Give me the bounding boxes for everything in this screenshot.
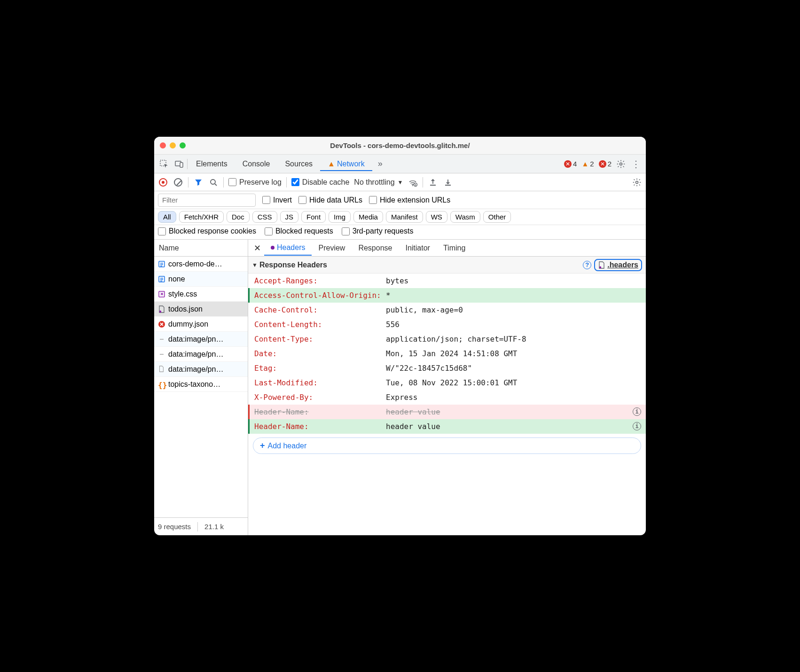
blocked-requests-checkbox[interactable]: Blocked requests (265, 227, 333, 235)
header-row[interactable]: Header-Name:header valuei (248, 419, 646, 434)
svg-point-3 (620, 163, 622, 165)
chip-font[interactable]: Font (301, 211, 326, 223)
hide-extension-urls-checkbox[interactable]: Hide extension URLs (369, 196, 450, 204)
name-column-header[interactable]: Name (154, 240, 248, 257)
filter-icon[interactable] (193, 177, 204, 188)
svg-point-4 (211, 180, 215, 184)
export-har-icon[interactable] (443, 177, 453, 188)
response-headers-section[interactable]: ▼ Response Headers ? .headers (248, 257, 646, 273)
blocked-cookies-checkbox[interactable]: Blocked response cookies (158, 227, 256, 235)
svg-point-11 (159, 310, 161, 312)
filter-bar: Invert Hide data URLs Hide extension URL… (154, 191, 646, 209)
tab-elements[interactable]: Elements (188, 157, 235, 171)
close-detail-button[interactable]: ✕ (250, 243, 264, 253)
third-party-checkbox[interactable]: 3rd-party requests (342, 227, 414, 235)
svg-rect-2 (180, 163, 183, 167)
tab-sources[interactable]: Sources (277, 157, 320, 171)
preserve-log-checkbox[interactable]: Preserve log (228, 178, 282, 187)
request-row[interactable]: none (154, 272, 248, 287)
device-toolbar-icon[interactable] (172, 157, 186, 171)
import-har-icon[interactable] (428, 177, 438, 188)
detail-tab-timing[interactable]: Timing (437, 241, 472, 256)
help-icon[interactable]: ? (583, 261, 591, 269)
network-split: Name cors-demo-de…nonestyle.csstodos.jso… (154, 240, 646, 535)
header-row[interactable]: Access-Control-Allow-Origin:* (248, 288, 646, 303)
request-row[interactable]: {}topics-taxono… (154, 377, 248, 392)
info-icon[interactable]: i (633, 422, 641, 430)
hide-data-urls-checkbox[interactable]: Hide data URLs (298, 196, 362, 204)
header-row[interactable]: Accept-Ranges:bytes (248, 273, 646, 288)
request-row[interactable]: cors-demo-de… (154, 257, 248, 272)
invert-checkbox[interactable]: Invert (262, 196, 292, 204)
request-name: style.css (168, 290, 197, 298)
tab-console[interactable]: Console (235, 157, 278, 171)
request-row[interactable]: todos.json (154, 302, 248, 317)
info-icon[interactable]: i (633, 407, 641, 416)
detail-tab-response[interactable]: Response (352, 241, 399, 256)
chip-all[interactable]: All (158, 211, 176, 223)
network-conditions-icon[interactable] (408, 177, 418, 188)
search-icon[interactable] (208, 177, 219, 188)
header-row[interactable]: X-Powered-By:Express (248, 390, 646, 405)
request-row[interactable]: dummy.json (154, 317, 248, 332)
json-icon: {} (158, 381, 165, 388)
window-controls (160, 142, 186, 148)
clear-button[interactable] (173, 177, 183, 188)
header-row[interactable]: Header-Name:header valuei (248, 405, 646, 419)
request-row[interactable]: data:image/pn… (154, 362, 248, 377)
network-settings-icon[interactable] (632, 177, 642, 188)
request-name: cors-demo-de… (168, 260, 222, 268)
close-icon[interactable] (160, 142, 166, 148)
header-name: X-Powered-By: (254, 393, 386, 402)
record-button[interactable] (158, 177, 168, 188)
more-tabs-icon[interactable]: » (373, 157, 387, 171)
header-row[interactable]: Content-Length:556 (248, 317, 646, 332)
chip-manifest[interactable]: Manifest (386, 211, 423, 223)
header-name: Cache-Control: (254, 305, 386, 314)
requests-footer: 9 requests 21.1 k (154, 517, 248, 535)
header-row[interactable]: Cache-Control:public, max-age=0 (248, 303, 646, 317)
chip-wasm[interactable]: Wasm (450, 211, 480, 223)
header-row[interactable]: Date:Mon, 15 Jan 2024 14:51:08 GMT (248, 346, 646, 361)
window-title: DevTools - cors-demo-devtools.glitch.me/ (154, 141, 646, 149)
request-row[interactable]: data:image/pn… (154, 347, 248, 362)
chip-media[interactable]: Media (353, 211, 383, 223)
inspect-icon[interactable] (157, 157, 171, 171)
chip-img[interactable]: Img (329, 211, 351, 223)
request-name: dummy.json (168, 320, 208, 328)
document-icon (158, 260, 165, 268)
request-row[interactable]: data:image/pn… (154, 332, 248, 347)
chip-doc[interactable]: Doc (227, 211, 250, 223)
plus-icon: + (260, 441, 265, 451)
detail-tab-preview[interactable]: Preview (312, 241, 352, 256)
header-row[interactable]: Etag:W/"22c-18457c15d68" (248, 361, 646, 375)
add-header-button[interactable]: + Add header (253, 438, 641, 454)
maximize-icon[interactable] (180, 142, 186, 148)
header-row[interactable]: Last-Modified:Tue, 08 Nov 2022 15:00:01 … (248, 375, 646, 390)
disable-cache-checkbox[interactable]: Disable cache (291, 178, 350, 187)
request-row[interactable]: style.css (154, 287, 248, 302)
header-value: Tue, 08 Nov 2022 15:00:01 GMT (386, 378, 641, 387)
header-row[interactable]: Content-Type:application/json; charset=U… (248, 332, 646, 346)
disclosure-triangle-icon: ▼ (252, 262, 258, 268)
network-toolbar: Preserve log Disable cache No throttling… (154, 173, 646, 191)
minimize-icon[interactable] (170, 142, 176, 148)
chip-css[interactable]: CSS (252, 211, 277, 223)
chip-js[interactable]: JS (280, 211, 299, 223)
throttling-select[interactable]: No throttling ▼ (354, 178, 403, 187)
settings-icon[interactable] (614, 157, 628, 171)
kebab-menu-icon[interactable]: ⋮ (629, 157, 643, 171)
tab-network[interactable]: ▲Network (320, 157, 372, 171)
filter-input[interactable] (158, 194, 256, 207)
error-icon (158, 320, 165, 328)
headers-override-file[interactable]: .headers (594, 259, 642, 271)
header-name: Content-Length: (254, 320, 386, 329)
status-badges[interactable]: ✕4 ▲2 ✕2 (563, 160, 613, 168)
request-count: 9 requests (158, 523, 191, 531)
header-value: public, max-age=0 (386, 305, 641, 314)
chip-fetch-xhr[interactable]: Fetch/XHR (179, 211, 224, 223)
chip-other[interactable]: Other (483, 211, 511, 223)
chip-ws[interactable]: WS (426, 211, 447, 223)
detail-tab-initiator[interactable]: Initiator (399, 241, 436, 256)
detail-tab-headers[interactable]: Headers (264, 241, 312, 256)
